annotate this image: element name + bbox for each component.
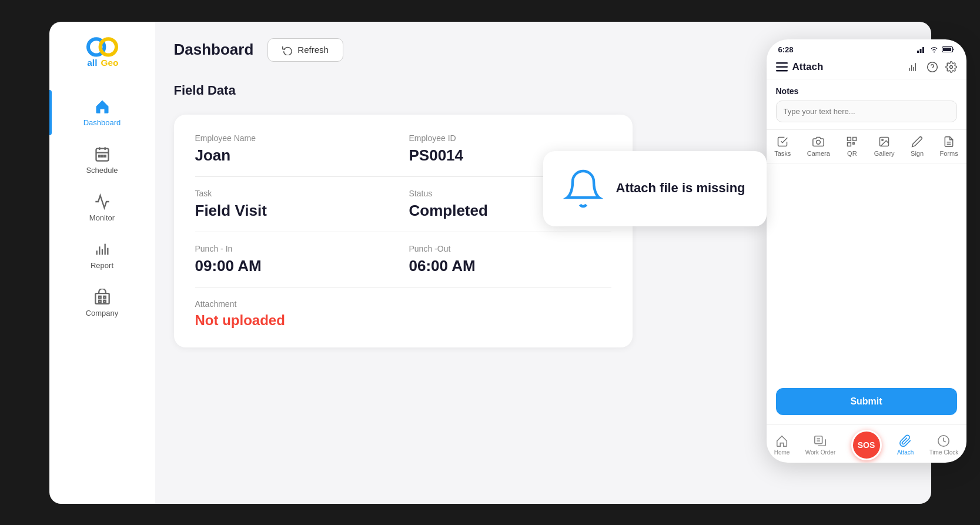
- svg-rect-37: [848, 137, 851, 141]
- settings-icon[interactable]: [945, 61, 957, 73]
- sign-icon: [911, 136, 923, 148]
- svg-rect-38: [853, 137, 857, 141]
- phone-header-icons: [908, 61, 957, 73]
- svg-point-35: [949, 65, 952, 68]
- signal-icon: [917, 46, 927, 53]
- page-title: Dashboard: [174, 41, 254, 59]
- svg-rect-27: [776, 66, 788, 68]
- phone-action-tab-forms[interactable]: Forms: [940, 136, 958, 157]
- svg-rect-18: [103, 296, 106, 298]
- sidebar-item-dashboard[interactable]: Dashboard: [49, 90, 155, 135]
- phone-mockup: 6:28: [767, 39, 966, 463]
- svg-rect-17: [99, 296, 101, 298]
- refresh-icon: [282, 45, 293, 55]
- svg-rect-40: [853, 142, 855, 144]
- employee-name-label: Employee Name: [195, 133, 397, 143]
- phone-tab-workorder[interactable]: Work Order: [805, 434, 836, 456]
- action-tab-label: Camera: [807, 150, 830, 157]
- svg-rect-25: [943, 48, 951, 51]
- phone-time: 6:28: [778, 45, 794, 54]
- punch-in-value: 09:00 AM: [195, 257, 397, 275]
- phone-action-tab-sign[interactable]: Sign: [911, 136, 924, 157]
- sidebar-item-schedule[interactable]: Schedule: [49, 138, 155, 183]
- phone-action-tab-tasks[interactable]: Tasks: [774, 136, 791, 157]
- sos-label: SOS: [858, 440, 875, 450]
- phone-tab-label: Home: [774, 449, 790, 456]
- action-tab-label: Tasks: [774, 150, 791, 157]
- phone-notes-section: Notes: [767, 79, 966, 130]
- task-label: Task: [195, 189, 397, 198]
- status-icons: [917, 46, 955, 53]
- svg-rect-19: [99, 300, 101, 302]
- phone-tab-label: Attach: [897, 449, 914, 456]
- alert-card: Attach file is missing: [543, 151, 767, 226]
- sidebar-item-label: Company: [86, 309, 119, 317]
- svg-rect-21: [917, 51, 919, 53]
- phone-action-tab-gallery[interactable]: Gallery: [874, 136, 895, 157]
- employee-id-label: Employee ID: [409, 133, 611, 143]
- sidebar: all Geo Dashboard: [49, 22, 155, 504]
- task-field: Task Field Visit: [195, 189, 397, 220]
- punch-in-field: Punch - In 09:00 AM: [195, 244, 397, 275]
- svg-rect-28: [776, 70, 788, 72]
- chart-icon[interactable]: [908, 61, 919, 73]
- logo: all Geo: [82, 36, 123, 71]
- svg-rect-8: [99, 155, 100, 156]
- attachment-label: Attachment: [195, 299, 397, 309]
- svg-rect-20: [103, 300, 106, 302]
- task-value: Field Visit: [195, 202, 397, 220]
- phone-content-area: Tasks Camera QR: [767, 130, 966, 379]
- svg-rect-22: [919, 49, 921, 53]
- card-row-attachment: Attachment Not uploaded: [195, 287, 611, 329]
- sidebar-item-label: Schedule: [86, 166, 118, 175]
- phone-action-tab-qr[interactable]: QR: [846, 136, 858, 157]
- refresh-button[interactable]: Refresh: [267, 38, 343, 62]
- attachment-value: Not uploaded: [195, 312, 397, 329]
- attachment-field: Attachment Not uploaded: [195, 299, 397, 329]
- punch-out-field: Punch -Out 06:00 AM: [409, 244, 611, 275]
- help-icon[interactable]: [927, 61, 938, 73]
- phone-action-tab-camera[interactable]: Camera: [807, 136, 830, 157]
- action-tab-label: Sign: [911, 150, 924, 157]
- svg-rect-10: [104, 155, 105, 156]
- sidebar-item-company[interactable]: Company: [49, 280, 155, 326]
- phone-status-bar: 6:28: [767, 39, 966, 56]
- field-data-card: Employee Name Joan Employee ID PS0014 Ta…: [174, 115, 633, 347]
- svg-text:Geo: Geo: [101, 58, 118, 68]
- sidebar-item-report[interactable]: Report: [49, 233, 155, 278]
- svg-rect-39: [848, 142, 851, 146]
- punch-in-label: Punch - In: [195, 244, 397, 253]
- punch-out-value: 06:00 AM: [409, 257, 611, 275]
- phone-header-left: Attach: [776, 61, 824, 73]
- svg-rect-45: [815, 436, 822, 443]
- bell-icon: [562, 168, 604, 210]
- notes-input[interactable]: [776, 101, 957, 122]
- home-icon: [775, 434, 788, 447]
- alert-message: Attach file is missing: [616, 180, 745, 197]
- employee-name-field: Employee Name Joan: [195, 133, 397, 165]
- card-row-punch: Punch - In 09:00 AM Punch -Out 06:00 AM: [195, 232, 611, 287]
- punch-out-label: Punch -Out: [409, 244, 611, 253]
- sidebar-item-monitor[interactable]: Monitor: [49, 185, 155, 230]
- gallery-icon: [878, 136, 890, 148]
- battery-icon: [942, 46, 955, 53]
- notes-label: Notes: [776, 86, 957, 96]
- sidebar-nav: Dashboard Schedule: [49, 90, 155, 326]
- submit-button[interactable]: Submit: [776, 388, 957, 415]
- refresh-label: Refresh: [297, 45, 329, 55]
- phone-header-title: Attach: [792, 61, 824, 73]
- sidebar-item-label: Report: [91, 261, 113, 270]
- phone-tab-timeclock[interactable]: Time Clock: [929, 434, 959, 456]
- phone-tab-label: Work Order: [805, 449, 836, 456]
- qr-icon: [846, 136, 858, 148]
- phone-tab-attach[interactable]: Attach: [897, 434, 914, 456]
- sos-button[interactable]: SOS: [851, 430, 882, 460]
- wifi-icon: [929, 46, 939, 53]
- svg-text:all: all: [87, 58, 97, 68]
- clock-icon: [937, 434, 950, 447]
- svg-point-42: [882, 139, 884, 141]
- menu-icon[interactable]: [776, 62, 788, 72]
- phone-header: Attach: [767, 56, 966, 79]
- section-title: Field Data: [174, 83, 236, 98]
- phone-tab-home[interactable]: Home: [774, 434, 790, 456]
